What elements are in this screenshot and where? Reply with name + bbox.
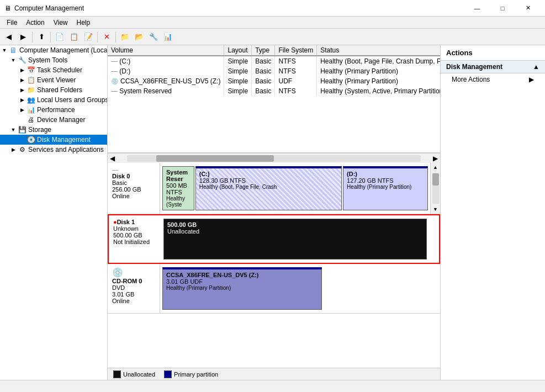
sidebar-item-device-manager[interactable]: ▶ 🖨 Device Manager: [0, 115, 107, 125]
sidebar-event-label: Event Viewer: [37, 76, 76, 84]
expander-task[interactable]: ▶: [18, 66, 27, 75]
expander-system-tools[interactable]: ▼: [9, 56, 18, 65]
maximize-button[interactable]: □: [490, 0, 515, 17]
disk1-bullet: ●Disk 1: [113, 219, 157, 225]
toolbar-btn2[interactable]: 📋: [67, 30, 81, 44]
disk-view: — Disk 0 Basic 256.00 GB Online System R…: [108, 163, 440, 368]
sidebar-root[interactable]: ▼ 🖥 Computer Management (Local: [0, 45, 107, 55]
toolbar-btn6[interactable]: 🔧: [147, 30, 160, 44]
expander-storage[interactable]: ▼: [9, 125, 18, 134]
sidebar-system-tools-label: System Tools: [28, 56, 67, 64]
sidebar-item-storage[interactable]: ▼ 💾 Storage: [0, 125, 107, 135]
menu-file[interactable]: File: [2, 18, 22, 28]
sidebar-item-local-users[interactable]: ▶ 👥 Local Users and Groups: [0, 95, 107, 105]
col-filesystem[interactable]: File System: [275, 45, 317, 56]
table-row[interactable]: — (D:) Simple Basic NTFS Healthy (Primar…: [108, 66, 440, 76]
toolbar-btn5[interactable]: 📂: [133, 30, 146, 44]
actions-more-arrow: ▶: [529, 76, 534, 83]
disk1-size: 500.00 GB: [113, 232, 157, 239]
cell-type: Basic: [252, 86, 275, 96]
cell-status: Healthy (Primary Partition): [317, 76, 440, 86]
toolbar-show-hide[interactable]: 📄: [53, 30, 66, 44]
menu-view[interactable]: View: [49, 18, 72, 28]
disk1-row: ●Disk 1 Unknown 500.00 GB Not Initialize…: [108, 214, 440, 264]
toolbar-delete[interactable]: ✕: [100, 30, 113, 44]
scroll-left-btn[interactable]: ◀: [108, 155, 117, 162]
sidebar-item-disk-management[interactable]: ▶ 💽 Disk Management: [0, 135, 107, 145]
disk0-system-res[interactable]: System Reser 500 MB NTFS Healthy (Syste: [162, 166, 194, 210]
sidebar-item-shared-folders[interactable]: ▶ 📁 Shared Folders: [0, 85, 107, 95]
sidebar-dev-label: Device Manager: [37, 116, 85, 124]
sidebar-users-label: Local Users and Groups: [37, 96, 108, 104]
expander-svc[interactable]: ▶: [9, 145, 18, 154]
disk0-d-drive[interactable]: (D:) 127.20 GB NTFS Healthy (Primary Par…: [343, 166, 428, 210]
scroll-track[interactable]: [127, 155, 421, 162]
sidebar-item-services-apps[interactable]: ▶ ⚙ Services and Applications: [0, 145, 107, 155]
menu-help[interactable]: Help: [72, 18, 95, 28]
minimize-button[interactable]: —: [464, 0, 490, 17]
sidebar-item-event-viewer[interactable]: ▶ 📋 Event Viewer: [0, 75, 107, 85]
close-button[interactable]: ✕: [515, 0, 541, 17]
toolbar-sep4: [115, 31, 116, 43]
app-icon: 🖥: [4, 4, 11, 12]
title-bar-controls: — □ ✕: [464, 0, 541, 17]
services-icon: ⚙: [18, 145, 27, 154]
sidebar-item-task-scheduler[interactable]: ▶ 📅 Task Scheduler: [0, 65, 107, 75]
scroll-right-btn[interactable]: ▶: [431, 155, 440, 162]
cdrive-status: Healthy (Boot, Page File, Crash: [199, 184, 338, 190]
disk0-vscroll[interactable]: ▲ ▼: [430, 163, 440, 214]
title-bar: 🖥 Computer Management — □ ✕: [0, 0, 545, 17]
expander-perf[interactable]: ▶: [18, 105, 27, 114]
cell-layout: Simple: [224, 56, 252, 66]
toolbar-btn3[interactable]: 📝: [82, 30, 95, 44]
sidebar-item-performance[interactable]: ▶ 📊 Performance: [0, 105, 107, 115]
cdrom0-partition[interactable]: CCSA_X86FRE_EN-US_DV5 (Z:) 3.01 GB UDF H…: [162, 267, 322, 310]
disk1-unallocated[interactable]: 500.00 GB Unallocated: [163, 219, 427, 259]
actions-disk-management-section[interactable]: Disk Management ▲: [441, 61, 545, 73]
cell-type: Basic: [252, 76, 275, 86]
toolbar-back[interactable]: ◀: [2, 30, 15, 44]
vscroll-up[interactable]: ▲: [431, 163, 440, 172]
toolbar: ◀ ▶ ⬆ 📄 📋 📝 ✕ 📁 📂 🔧 📊: [0, 29, 545, 45]
disk1-type: Unknown: [113, 225, 157, 232]
table-row[interactable]: — System Reserved Simple Basic NTFS Heal…: [108, 86, 440, 96]
window-title: Computer Management: [14, 4, 84, 12]
col-status[interactable]: Status: [317, 45, 440, 56]
disk0-type: Basic: [112, 179, 155, 186]
col-volume[interactable]: Volume: [108, 45, 224, 56]
sysres-label: System Reser: [166, 169, 191, 182]
cell-status: Healthy (Boot, Page File, Crash Dump, Pr…: [317, 56, 440, 66]
col-layout[interactable]: Layout: [224, 45, 252, 56]
sidebar-shared-label: Shared Folders: [37, 86, 82, 94]
expander-event[interactable]: ▶: [18, 76, 27, 84]
table-row[interactable]: — (C:) Simple Basic NTFS Healthy (Boot, …: [108, 56, 440, 66]
sidebar-storage-label: Storage: [28, 126, 51, 134]
vscroll-down[interactable]: ▼: [431, 205, 440, 214]
expander-users[interactable]: ▶: [18, 96, 27, 104]
task-scheduler-icon: 📅: [27, 66, 35, 75]
menu-bar: File Action View Help: [0, 17, 545, 29]
cell-volume: — (C:): [108, 56, 224, 66]
actions-header: Actions: [441, 45, 545, 61]
toolbar-sep1: [32, 31, 33, 43]
volume-table-area: Volume Layout Type File System Status — …: [108, 45, 440, 153]
col-type[interactable]: Type: [252, 45, 275, 56]
volume-table: Volume Layout Type File System Status — …: [108, 45, 440, 96]
horizontal-scrollbar[interactable]: ◀ ▶: [108, 153, 440, 163]
actions-more[interactable]: More Actions ▶: [441, 73, 545, 86]
table-row[interactable]: 💿 CCSA_X86FRE_EN-US_DV5 (Z:) Simple Basi…: [108, 76, 440, 86]
status-bar: [0, 380, 545, 392]
expander-root[interactable]: ▼: [0, 46, 9, 55]
sidebar-system-tools[interactable]: ▼ 🔧 System Tools: [0, 55, 107, 65]
cell-type: Basic: [252, 56, 275, 66]
disk0-c-drive[interactable]: (C:) 128.30 GB NTFS Healthy (Boot, Page …: [195, 166, 342, 210]
expander-shared[interactable]: ▶: [18, 86, 27, 94]
toolbar-forward[interactable]: ▶: [17, 30, 30, 44]
sidebar-disk-label: Disk Management: [37, 136, 91, 144]
toolbar-up[interactable]: ⬆: [35, 30, 48, 44]
cell-layout: Simple: [224, 76, 252, 86]
toolbar-btn7[interactable]: 📊: [161, 30, 174, 44]
unalloc-sublabel: Unallocated: [167, 228, 423, 235]
menu-action[interactable]: Action: [22, 18, 49, 28]
toolbar-btn4[interactable]: 📁: [118, 30, 131, 44]
